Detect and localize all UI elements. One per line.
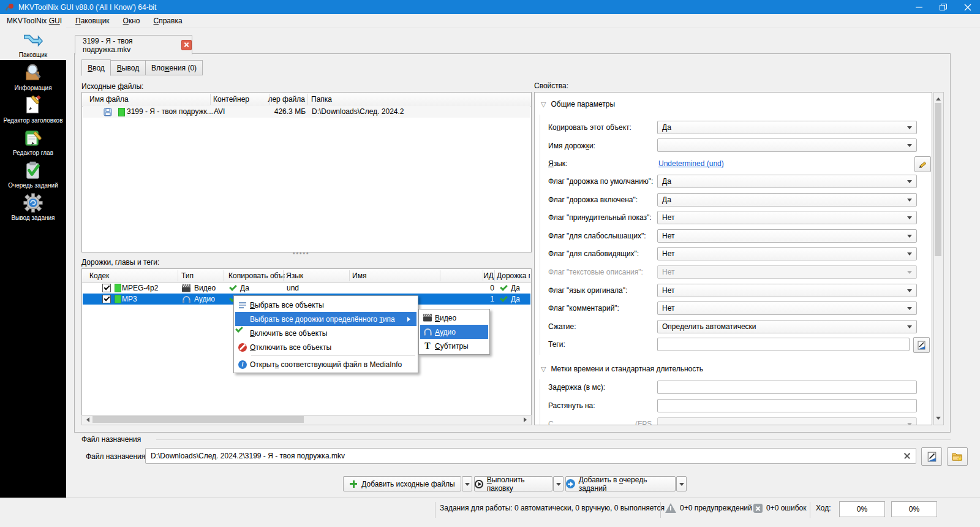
group-divider bbox=[156, 439, 951, 440]
clear-icon[interactable] bbox=[903, 452, 911, 460]
menu-item-select-all[interactable]: Выбрать все объекты bbox=[235, 298, 417, 312]
column-header[interactable]: Дорожка п bbox=[497, 271, 530, 280]
close-icon[interactable] bbox=[956, 0, 980, 14]
sidebar-item-job-output[interactable]: Вывод задания bbox=[0, 191, 66, 223]
sidebar-item-info[interactable]: Информация bbox=[0, 61, 66, 93]
add-to-queue-button[interactable]: Добавить в очередь заданий bbox=[565, 476, 676, 491]
scroll-left-icon[interactable] bbox=[84, 417, 89, 422]
source-file-folder: D:\Downloads\След. 2024.2 bbox=[312, 107, 404, 116]
add-to-queue-dropdown[interactable] bbox=[676, 476, 687, 491]
tracks-hscrollbar[interactable] bbox=[81, 415, 532, 425]
add-source-files-button[interactable]: Добавить исходные файлы bbox=[343, 476, 461, 491]
flag-hearing-impaired-select[interactable]: Нет bbox=[657, 229, 917, 243]
source-file-row[interactable]: 3199 - Я - твоя подружк... AVI 426.3 МБ … bbox=[83, 106, 530, 118]
chevron-down-icon bbox=[907, 325, 912, 331]
select-value: Нет bbox=[662, 268, 674, 276]
sidebar-item-header-editor[interactable]: Редактор заголовков bbox=[0, 93, 66, 126]
column-header[interactable]: ИД bbox=[450, 271, 494, 280]
menu-mkvtoolnix-gui[interactable]: MKVToolNix GUI bbox=[0, 15, 69, 26]
tab-output[interactable]: Вывод bbox=[110, 60, 146, 75]
select-value: Да bbox=[662, 177, 671, 186]
file-tab-label: 3199 - Я - твоя подружка.mkv bbox=[83, 37, 176, 54]
scrollbar-thumb[interactable] bbox=[92, 416, 304, 423]
column-header[interactable]: Тип bbox=[181, 271, 194, 280]
splitter-handle[interactable] bbox=[293, 250, 310, 257]
submenu-item-subtitles[interactable]: T Субтитры bbox=[420, 339, 488, 353]
column-header[interactable]: Кодек bbox=[89, 271, 109, 280]
errors-count: 0+0 ошибок bbox=[766, 504, 807, 512]
section-general[interactable]: ▽ Общие параметры bbox=[541, 100, 615, 108]
flag-default-select[interactable]: Да bbox=[657, 175, 917, 188]
sidebar-item-chapter-editor[interactable]: Редактор глав bbox=[0, 126, 66, 158]
destination-input[interactable]: D:\Downloads\След. 2024.2\3199 - Я - тво… bbox=[145, 448, 916, 464]
scroll-down-icon[interactable] bbox=[936, 417, 941, 422]
browse-destination-button[interactable] bbox=[921, 447, 942, 466]
track-color-swatch bbox=[118, 108, 125, 116]
language-link[interactable]: Undetermined (und) bbox=[658, 159, 724, 168]
tags-input[interactable] bbox=[657, 338, 910, 351]
prop-label: Имя дорожки: bbox=[548, 142, 595, 150]
compression-select[interactable]: Определить автоматически bbox=[657, 320, 917, 333]
column-header[interactable]: лер файла bbox=[247, 95, 305, 104]
column-header[interactable]: Контейнер bbox=[213, 95, 249, 104]
track-row-video[interactable]: MPEG-4p2 Видео Да und 0 Да bbox=[83, 282, 530, 294]
mkvtoolnix-window: MKVToolNix GUI v88.0 ('All I Know') 64-b… bbox=[0, 0, 980, 527]
warning-icon bbox=[665, 503, 676, 513]
destination-group-label: Файл назначения bbox=[81, 435, 141, 444]
video-icon bbox=[182, 284, 190, 292]
flag-original-language-select[interactable]: Нет bbox=[657, 284, 917, 297]
submenu-item-audio[interactable]: Аудио bbox=[420, 325, 488, 339]
column-header[interactable]: Язык bbox=[286, 271, 303, 280]
track-checkbox[interactable] bbox=[102, 284, 111, 292]
scrollbar-thumb[interactable] bbox=[935, 103, 941, 256]
start-muxing-button[interactable]: Выполнить паковку bbox=[474, 476, 552, 491]
menu-item-enable-all[interactable]: Включить все объекты bbox=[235, 326, 417, 340]
edit-language-button[interactable] bbox=[914, 156, 931, 172]
properties-vscrollbar[interactable] bbox=[933, 92, 944, 425]
browse-tags-button[interactable] bbox=[913, 337, 930, 353]
file-tab[interactable]: 3199 - Я - твоя подружка.mkv bbox=[75, 35, 192, 55]
menu-item-label: Открыть соответствующий файл в MediaInfo bbox=[250, 360, 402, 369]
copy-track-select[interactable]: Да bbox=[657, 121, 917, 134]
submenu-item-video[interactable]: Видео bbox=[420, 311, 488, 325]
progress-total: 0% bbox=[891, 501, 937, 517]
scroll-right-icon[interactable] bbox=[524, 417, 529, 422]
sidebar-item-job-queue[interactable]: Очередь заданий bbox=[0, 158, 66, 191]
menu-item-disable-all[interactable]: Отключить все объекты bbox=[235, 340, 417, 354]
menu-item-select-tracks-of-type[interactable]: Выбрать все дорожки определённого типа bbox=[235, 312, 417, 326]
restore-icon[interactable] bbox=[931, 0, 956, 14]
flag-forced-select[interactable]: Нет bbox=[657, 211, 917, 224]
column-header[interactable]: Копировать объе bbox=[228, 271, 285, 280]
chevron-down-icon bbox=[907, 180, 912, 186]
flag-commentary-select[interactable]: Нет bbox=[657, 301, 917, 315]
add-source-dropdown[interactable] bbox=[462, 476, 472, 491]
section-timestamps[interactable]: ▽ Метки времени и стандартная длительнос… bbox=[541, 365, 703, 373]
scroll-up-icon[interactable] bbox=[936, 95, 941, 100]
menu-multiplexer[interactable]: Паковщик bbox=[69, 15, 116, 26]
open-folder-button[interactable] bbox=[947, 447, 968, 466]
flag-enabled-select[interactable]: Да bbox=[657, 193, 917, 207]
column-header[interactable]: Папка bbox=[311, 95, 332, 104]
sidebar-item-multiplexer[interactable]: Паковщик bbox=[0, 28, 66, 60]
collapse-triangle-icon: ▽ bbox=[541, 100, 546, 108]
track-checkbox[interactable] bbox=[102, 295, 111, 303]
delay-input[interactable] bbox=[657, 381, 917, 394]
stretch-input[interactable] bbox=[657, 399, 917, 412]
column-header[interactable]: Имя файла bbox=[89, 95, 129, 104]
tab-close-icon[interactable] bbox=[181, 40, 192, 50]
flag-visual-impaired-select[interactable]: Нет bbox=[657, 247, 917, 260]
prop-label: Флаг "для слабослышащих": bbox=[548, 232, 646, 240]
tab-attachments[interactable]: Вложения (0) bbox=[145, 60, 203, 75]
menu-window[interactable]: Окно bbox=[116, 15, 147, 26]
minimize-icon[interactable] bbox=[907, 0, 931, 14]
default-duration-select bbox=[657, 417, 917, 425]
menu-help[interactable]: Справка bbox=[147, 15, 189, 26]
chapter-editor-icon bbox=[23, 127, 43, 148]
submenu-item-label: Субтитры bbox=[435, 342, 469, 351]
start-muxing-dropdown[interactable] bbox=[553, 476, 564, 491]
tab-input[interactable]: Ввод bbox=[81, 59, 111, 76]
column-header[interactable]: Имя bbox=[352, 271, 366, 280]
track-name-combo[interactable] bbox=[657, 138, 917, 152]
menu-item-open-mediainfo[interactable]: Открыть соответствующий файл в MediaInfo bbox=[235, 357, 417, 371]
chevron-down-icon bbox=[907, 252, 912, 258]
